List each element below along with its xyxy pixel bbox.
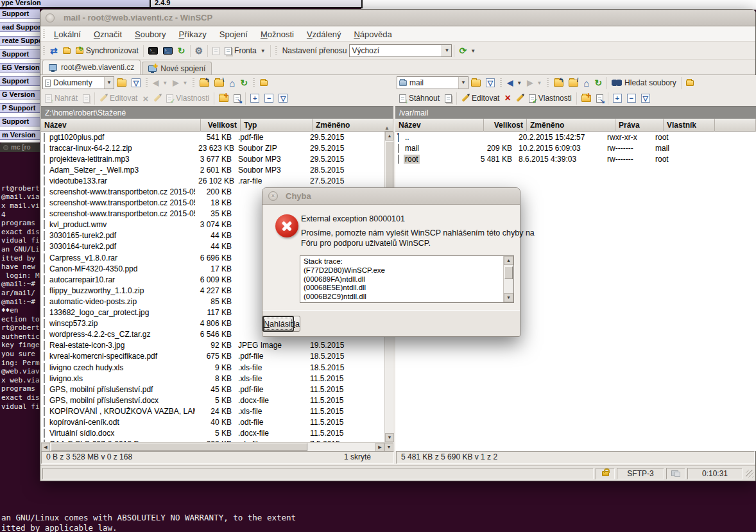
file-row[interactable]: kvreal-komercni-specifikace.pdf 675 KB .… — [41, 351, 384, 362]
new-file-button[interactable]: ↘ — [231, 93, 243, 104]
open-terminal-button[interactable]: ›_ — [146, 46, 160, 56]
back-button[interactable]: ◀▼ — [504, 78, 524, 88]
preferences-button[interactable]: ⇄ — [47, 45, 60, 56]
filter-button[interactable]: ▽ — [483, 77, 497, 89]
menu-item[interactable]: Lokální — [47, 30, 87, 39]
scroll-corner[interactable]: ▼ — [384, 443, 393, 452]
scrollbar-thumb[interactable] — [385, 141, 393, 191]
forward-button[interactable]: ▶▼ — [170, 78, 190, 88]
file-row[interactable]: GPS, mobilní příslušenství.pdf 45 KB .pd… — [41, 384, 384, 395]
home-directory-button[interactable]: ⌂ — [227, 77, 237, 89]
column-header-size[interactable]: Velikost — [201, 119, 241, 132]
close-icon[interactable]: × — [268, 191, 278, 201]
collapse-button[interactable]: − — [624, 92, 639, 104]
duplicate-button[interactable] — [80, 93, 92, 104]
local-path-bar[interactable]: Z:\home\robert\Stažené — [41, 106, 393, 119]
copy-path-button[interactable] — [257, 79, 270, 87]
resize-grip[interactable] — [746, 470, 753, 477]
filter-button[interactable]: ▽ — [276, 92, 290, 104]
scroll-up-icon[interactable]: ▲ — [504, 256, 513, 265]
filter-button[interactable]: ▽ — [639, 92, 653, 104]
menu-item[interactable]: Nápověda — [347, 30, 398, 39]
refresh-button[interactable]: ↻ — [237, 77, 250, 89]
scrollbar-thumb[interactable] — [51, 443, 307, 451]
delete-button[interactable]: × — [502, 92, 513, 105]
titlebar[interactable]: mail - root@web.viaventi.cz - WinSCP — [40, 10, 755, 26]
rename-button[interactable] — [151, 96, 164, 101]
open-directory-button[interactable] — [468, 78, 483, 88]
transfer-settings-disabled-button[interactable] — [210, 46, 222, 56]
column-header-name[interactable]: Název — [41, 119, 201, 132]
upload-button[interactable]: ↑Nahrát — [42, 92, 80, 104]
copy-path-button[interactable] — [683, 79, 696, 87]
root-directory-button[interactable]: \ — [212, 78, 227, 88]
menu-item[interactable]: Spojení — [213, 30, 254, 39]
new-directory-button[interactable]: ✚ — [216, 94, 231, 103]
rename-button[interactable] — [513, 96, 526, 101]
file-row[interactable]: Virtuální sídlo.docx 5 KB .docx-file 11.… — [41, 428, 384, 439]
menu-item[interactable]: Soubory — [128, 30, 172, 39]
collapse-button[interactable]: − — [262, 92, 276, 104]
remote-path-bar[interactable]: /var/mail — [395, 106, 756, 119]
file-row[interactable]: livigno.xls 8 KB .xls-file 11.5.2015 — [41, 373, 384, 384]
local-horizontal-scrollbar[interactable]: ◀ ▶ ▼ — [41, 442, 393, 451]
scrollbar-thumb[interactable] — [504, 266, 513, 279]
delete-button[interactable]: × — [140, 92, 151, 105]
session-tab-active[interactable]: root@web.viaventi.cz — [42, 60, 141, 74]
file-row[interactable]: projekteva-letitrain.mp3 3 677 KB Soubor… — [41, 153, 384, 164]
refresh-session-button[interactable]: ↻ — [175, 45, 188, 56]
column-header-type[interactable]: Typ — [241, 119, 313, 132]
properties-button[interactable]: ✓Vlastnosti — [526, 92, 574, 104]
stack-trace-box[interactable]: Stack trace:(F77D2D80)WinSCP.exe(000689F… — [300, 255, 514, 303]
lock-segment[interactable] — [596, 468, 615, 479]
file-row[interactable]: root 5 481 KB 8.6.2015 4:39:03 rw-------… — [395, 153, 756, 164]
compare-directories-button[interactable] — [60, 47, 73, 55]
file-row[interactable]: kopírování-ceník.odt 40 KB .odt-file 11.… — [41, 416, 384, 427]
file-row[interactable]: Adam_Selzer_-_Well.mp3 2 601 KB Soubor M… — [41, 164, 384, 175]
find-files-button[interactable]: Hledat soubory — [609, 77, 679, 89]
properties-button[interactable]: ✓Vlastnosti — [164, 92, 212, 104]
column-header-rights[interactable]: Práva — [615, 119, 664, 132]
filter-button[interactable]: ▽ — [129, 77, 143, 89]
column-header-changed[interactable]: Změněno▲ — [313, 119, 393, 132]
file-row[interactable]: traccar-linux-64-2.12.zip 23 623 KB Soub… — [41, 142, 384, 153]
synchronize-browsing-button[interactable]: ⟳▼ — [456, 45, 478, 56]
duplicate-button[interactable] — [442, 93, 454, 104]
queue-button[interactable]: Fronta▼ — [222, 45, 268, 56]
file-row[interactable]: videotube133.rar 26 102 KB .rar-file 27.… — [41, 175, 384, 186]
synchronize-button[interactable]: ↻Synchronizovat — [73, 45, 141, 56]
terminal-titlebar[interactable]: mc [ro — [0, 142, 40, 152]
dialog-button[interactable]: Nahlásit — [262, 316, 294, 332]
local-drive-combo[interactable]: Dokumenty ▼ — [42, 76, 114, 89]
dialog-titlebar[interactable]: × Chyba — [262, 188, 520, 205]
back-button[interactable]: ◀▼ — [150, 78, 170, 88]
scroll-down-icon[interactable]: ▼ — [504, 293, 513, 302]
expand-button[interactable]: + — [610, 92, 624, 104]
scroll-up-icon[interactable]: ▲ — [385, 132, 394, 141]
new-directory-button[interactable]: ✚ — [579, 94, 594, 103]
scroll-down-icon[interactable]: ▼ — [385, 433, 394, 442]
menu-item[interactable]: Možnosti — [254, 30, 300, 39]
new-session-tab[interactable]: ✚ Nové spojení — [142, 62, 212, 74]
menu-item[interactable]: Příkazy — [172, 30, 212, 39]
refresh-button[interactable]: ↻ — [592, 77, 605, 89]
file-row[interactable]: livigno czech hudy.xls 9 KB .xls-file 18… — [41, 362, 384, 373]
transfer-settings-combo[interactable]: Výchozí ▼ — [349, 44, 452, 57]
new-file-button[interactable]: ↘ — [594, 93, 606, 104]
scroll-right-icon[interactable]: ▶ — [375, 443, 384, 452]
stack-scrollbar[interactable]: ▲ ▼ — [503, 256, 513, 302]
remote-directory-combo[interactable]: mail ▼ — [397, 76, 468, 89]
file-row[interactable]: ↰ .. 20.2.2015 15:42:57 rwxr-xr-x root — [395, 132, 756, 142]
column-header-owner[interactable]: Vlastník — [664, 119, 715, 132]
file-row[interactable]: Real-estate-icon-3.jpg 92 KB JPEG Image … — [41, 340, 384, 351]
home-directory-button[interactable]: ⌂ — [581, 77, 592, 89]
download-button[interactable]: ↓Stáhnout — [397, 92, 442, 104]
scroll-left-icon[interactable]: ◀ — [41, 443, 50, 452]
window-menu-icon[interactable] — [46, 13, 55, 22]
open-directory-button[interactable] — [114, 78, 129, 88]
parent-directory-button[interactable]: ↰ — [551, 78, 566, 88]
column-header-name[interactable]: Název — [395, 119, 484, 132]
file-row[interactable]: GPS, mobilní příslušenství.docx 5 KB .do… — [41, 395, 384, 406]
settings-button[interactable]: ⚙ — [193, 45, 206, 56]
edit-button[interactable]: Editovat — [97, 92, 140, 104]
